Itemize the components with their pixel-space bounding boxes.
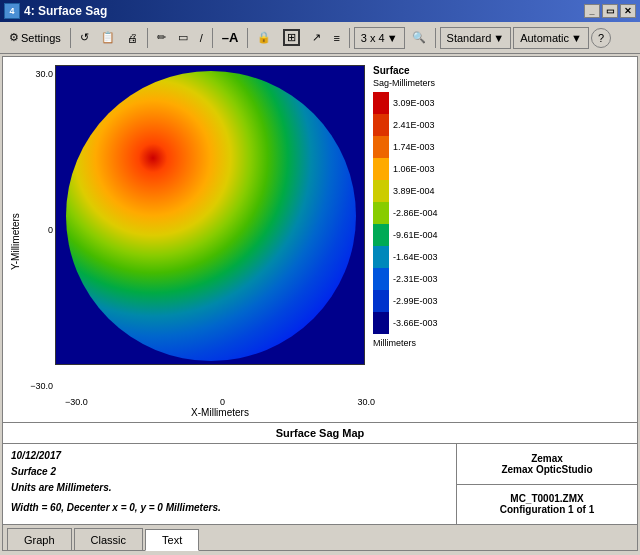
toolbar: ⚙ Settings ↺ 📋 🖨 ✏ ▭ / –A 🔒 ⊞ ↗ ≡ 3 x 4 …	[0, 22, 640, 54]
legend-value: -2.31E-003	[393, 274, 438, 284]
line-button[interactable]: /	[195, 26, 208, 50]
text-button[interactable]: –A	[217, 26, 244, 50]
line-icon: /	[200, 32, 203, 44]
tab-bar: GraphClassicText	[3, 524, 637, 550]
legend-swatch	[373, 180, 389, 202]
info-config: MC_T0001.ZMX Configuration 1 of 1	[457, 485, 637, 525]
title-bar: 4 4: Surface Sag _ ▭ ✕	[0, 0, 640, 22]
separator-3	[212, 28, 213, 48]
standard-label: Standard	[447, 32, 492, 44]
legend-item: -9.61E-004	[373, 224, 463, 246]
refresh-button[interactable]: ↺	[75, 26, 94, 50]
legend-item: -1.64E-003	[373, 246, 463, 268]
rect-icon: ▭	[178, 31, 188, 44]
info-company: Zemax Zemax OpticStudio	[457, 444, 637, 485]
y-tick-bot: −30.0	[30, 381, 53, 391]
lock-icon: 🔒	[257, 31, 271, 44]
zoom-button[interactable]: 🔍	[407, 26, 431, 50]
export-button[interactable]: ↗	[307, 26, 326, 50]
zoom-icon: 🔍	[412, 31, 426, 44]
pencil-button[interactable]: ✏	[152, 26, 171, 50]
automatic-label: Automatic	[520, 32, 569, 44]
legend-item: 1.74E-003	[373, 136, 463, 158]
legend-item: -3.66E-003	[373, 312, 463, 334]
legend-title: Surface	[373, 65, 463, 76]
info-content: 10/12/2017 Surface 2 Units are Millimete…	[3, 444, 637, 524]
main-content: Y-Millimeters 30.0 0 −30.0	[2, 56, 638, 551]
tab-graph[interactable]: Graph	[7, 528, 72, 550]
chart-circle	[66, 71, 356, 361]
map-title: Surface Sag Map	[3, 423, 637, 444]
info-area: Surface Sag Map 10/12/2017 Surface 2 Uni…	[3, 422, 637, 524]
chart-area: Y-Millimeters 30.0 0 −30.0	[3, 57, 637, 422]
text-icon: –A	[222, 30, 239, 45]
help-icon: ?	[598, 32, 604, 44]
layout-icon: ▼	[387, 32, 398, 44]
tab-classic[interactable]: Classic	[74, 528, 143, 550]
standard-dropdown[interactable]: Standard ▼	[440, 27, 512, 49]
x-tick-mid: 0	[220, 397, 225, 407]
legend-swatch	[373, 114, 389, 136]
legend-value: 2.41E-003	[393, 120, 435, 130]
window-title: 4: Surface Sag	[24, 4, 107, 18]
export-icon: ↗	[312, 31, 321, 44]
print-icon: 🖨	[127, 32, 138, 44]
separator-6	[435, 28, 436, 48]
legend-swatch	[373, 246, 389, 268]
x-tick-left: −30.0	[65, 397, 88, 407]
x-ticks: −30.0 0 30.0	[25, 395, 375, 407]
legend-value: 3.89E-004	[393, 186, 435, 196]
tab-text[interactable]: Text	[145, 529, 199, 551]
layout-dropdown[interactable]: 3 x 4 ▼	[354, 27, 405, 49]
company-product: Zemax OpticStudio	[465, 464, 629, 475]
legend-swatch	[373, 92, 389, 114]
legend-swatch	[373, 312, 389, 334]
pencil-icon: ✏	[157, 31, 166, 44]
legend-swatch	[373, 158, 389, 180]
legend-item: 3.09E-003	[373, 92, 463, 114]
separator-4	[247, 28, 248, 48]
copy-icon: 📋	[101, 31, 115, 44]
layers-icon: ≡	[333, 32, 339, 44]
automatic-dropdown[interactable]: Automatic ▼	[513, 27, 589, 49]
chart-and-legend: Surface Sag-Millimeters 3.09E-0032.41E-0…	[55, 65, 633, 395]
layers-button[interactable]: ≡	[328, 26, 344, 50]
settings-button[interactable]: ⚙ Settings	[4, 26, 66, 50]
config-file: MC_T0001.ZMX	[465, 493, 629, 504]
separator-5	[349, 28, 350, 48]
legend-value: -2.86E-004	[393, 208, 438, 218]
separator-1	[70, 28, 71, 48]
legend-swatch	[373, 136, 389, 158]
print-button[interactable]: 🖨	[122, 26, 143, 50]
close-button[interactable]: ✕	[620, 4, 636, 18]
legend-swatch	[373, 224, 389, 246]
legend-swatch	[373, 202, 389, 224]
settings-label: Settings	[21, 32, 61, 44]
standard-arrow-icon: ▼	[493, 32, 504, 44]
lock-button[interactable]: 🔒	[252, 26, 276, 50]
y-axis-label: Y-Millimeters	[7, 65, 23, 418]
info-left: 10/12/2017 Surface 2 Units are Millimete…	[3, 444, 457, 524]
copy-button[interactable]: 📋	[96, 26, 120, 50]
legend-value: -9.61E-004	[393, 230, 438, 240]
chart-with-yaxis: Y-Millimeters 30.0 0 −30.0	[7, 65, 633, 418]
y-tick-top: 30.0	[35, 69, 53, 79]
legend-item: -2.31E-003	[373, 268, 463, 290]
layout-label: 3 x 4	[361, 32, 385, 44]
legend-value: -2.99E-003	[393, 296, 438, 306]
y-ticks: 30.0 0 −30.0	[25, 65, 55, 395]
legend-value: -1.64E-003	[393, 252, 438, 262]
rect-button[interactable]: ▭	[173, 26, 193, 50]
zoom-fit-button[interactable]: ⊞	[278, 26, 305, 50]
legend-item: 1.06E-003	[373, 158, 463, 180]
legend-item: -2.86E-004	[373, 202, 463, 224]
legend-value: 1.06E-003	[393, 164, 435, 174]
minimize-button[interactable]: _	[584, 4, 600, 18]
help-button[interactable]: ?	[591, 28, 611, 48]
legend-item: -2.99E-003	[373, 290, 463, 312]
company-name: Zemax	[465, 453, 629, 464]
legend-swatch	[373, 268, 389, 290]
legend-swatch	[373, 290, 389, 312]
restore-button[interactable]: ▭	[602, 4, 618, 18]
legend-item: 3.89E-004	[373, 180, 463, 202]
